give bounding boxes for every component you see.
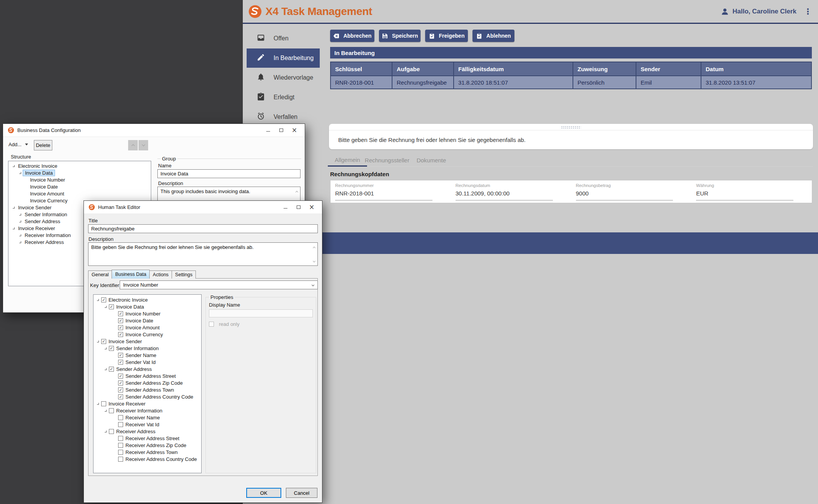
table-header-cell[interactable]: Aufgabe (392, 62, 454, 75)
editor-tab[interactable]: Actions (149, 270, 172, 279)
tree-checkbox[interactable] (109, 346, 114, 351)
business-data-tree-row[interactable]: Sender Vat Id (93, 359, 201, 365)
tree-checkbox[interactable] (101, 339, 106, 344)
business-data-tree-row[interactable]: Sender Address Country Code (93, 393, 201, 400)
tree-checkbox[interactable] (109, 367, 114, 372)
ok-button[interactable]: OK (246, 488, 281, 498)
maximize-button[interactable] (275, 125, 288, 136)
scroll-up-icon[interactable] (312, 245, 316, 250)
user-block[interactable]: Hallo, Caroline Clerk ⋮ (721, 7, 812, 16)
group-name-input[interactable] (157, 169, 300, 178)
close-button[interactable]: × (288, 125, 301, 136)
tree-checkbox[interactable] (118, 360, 123, 365)
scroll-down-icon[interactable] (312, 259, 316, 264)
tree-checkbox[interactable] (118, 394, 123, 399)
business-data-tree-row[interactable]: Sender Information (93, 345, 201, 352)
toolbar-button[interactable]: Speichern (379, 30, 421, 42)
toolbar-button[interactable]: Freigeben (425, 30, 468, 42)
task-description-textarea[interactable]: Bitte geben Sie die Rechnung frei oder l… (88, 242, 318, 266)
tree-checkbox[interactable] (118, 415, 123, 420)
maximize-button[interactable] (292, 202, 305, 213)
drag-handle[interactable] (561, 126, 581, 129)
toolbar-button[interactable]: Ablehnen (472, 30, 514, 42)
tree-checkbox[interactable] (118, 332, 123, 337)
structure-tree-row[interactable]: Invoice Number (8, 176, 151, 183)
dialog-titlebar[interactable]: Business Data Configuration × (3, 124, 305, 137)
business-data-tree-row[interactable]: Invoice Date (93, 317, 201, 324)
tree-checkbox[interactable] (118, 318, 123, 323)
business-data-tree-row[interactable]: Sender Name (93, 352, 201, 359)
tree-checkbox[interactable] (109, 429, 114, 434)
add-dropdown-button[interactable]: Add... (8, 142, 28, 147)
table-header-cell[interactable]: Zuweisung (573, 62, 636, 75)
business-data-tree-row[interactable]: Invoice Data (93, 303, 201, 310)
table-header-cell[interactable]: Datum (701, 62, 811, 75)
structure-tree-row[interactable]: Invoice Amount (8, 190, 151, 197)
business-data-tree-row[interactable]: Sender Address Street (93, 372, 201, 379)
delete-button[interactable]: Delete (34, 140, 52, 150)
table-row[interactable]: RNR-2018-001Rechnungsfreigabe31.8.2020 1… (331, 75, 811, 88)
sidebar-item[interactable]: Wiedervorlage (247, 68, 320, 87)
table-header-cell[interactable]: Sender (636, 62, 701, 75)
tree-checkbox[interactable] (118, 422, 123, 427)
business-data-tree-row[interactable]: Invoice Number (93, 310, 201, 317)
sidebar-item[interactable]: Erledigt (247, 88, 320, 107)
field-value[interactable]: 30.11.2009, 00:00:00 (456, 190, 553, 197)
business-data-tree-row[interactable]: Receiver Address Zip Code (93, 442, 201, 449)
editor-tab[interactable]: Business Data (112, 270, 150, 279)
tree-checkbox[interactable] (118, 381, 123, 386)
tree-checkbox[interactable] (118, 387, 123, 392)
structure-tree-row[interactable]: Invoice Date (8, 183, 151, 190)
cancel-button[interactable]: Cancel (286, 488, 317, 498)
tree-checkbox[interactable] (118, 325, 123, 330)
close-button[interactable]: × (305, 202, 318, 213)
business-data-tree-row[interactable]: Sender Address (93, 365, 201, 372)
editor-tab[interactable]: General (88, 270, 112, 279)
detail-tab[interactable]: Allgemein (328, 154, 367, 167)
editor-tab[interactable]: Settings (172, 270, 196, 279)
tree-checkbox[interactable] (118, 450, 123, 455)
business-data-tree-row[interactable]: Sender Address Town (93, 386, 201, 393)
business-data-tree-row[interactable]: Receiver Address Street (93, 435, 201, 442)
sidebar-item[interactable]: In Bearbeitung (247, 48, 320, 68)
tree-checkbox[interactable] (118, 457, 123, 462)
business-data-tree-row[interactable]: Receiver Information (93, 407, 201, 414)
business-data-tree-row[interactable]: Invoice Currency (93, 331, 201, 338)
minimize-button[interactable] (262, 125, 275, 136)
scroll-up-icon[interactable] (294, 189, 299, 194)
tree-checkbox[interactable] (118, 436, 123, 441)
table-header-cell[interactable]: Fälligkeitsdatum (454, 62, 573, 75)
business-data-tree-row[interactable]: Receiver Name (93, 414, 201, 421)
field-value[interactable]: 9000 (576, 190, 673, 197)
tree-checkbox[interactable] (101, 401, 106, 406)
detail-tab[interactable]: Dokumente (412, 154, 451, 167)
structure-tree-row[interactable]: Electronic Invoice (8, 162, 151, 169)
business-data-tree-row[interactable]: Receiver Vat Id (93, 421, 201, 428)
tree-checkbox[interactable] (118, 374, 123, 379)
field-value[interactable]: EUR (696, 190, 793, 197)
tree-checkbox[interactable] (109, 408, 114, 413)
business-data-tree-row[interactable]: Invoice Receiver (93, 400, 201, 407)
tree-checkbox[interactable] (109, 304, 114, 309)
move-down-button[interactable] (139, 140, 148, 150)
minimize-button[interactable] (279, 202, 292, 213)
tree-checkbox[interactable] (118, 353, 123, 358)
move-up-button[interactable] (128, 140, 138, 150)
detail-tab[interactable]: Rechnungssteller (367, 154, 407, 167)
field-value[interactable]: RNR-2018-001 (335, 190, 432, 197)
task-title-input[interactable] (88, 224, 318, 233)
sidebar-item[interactable]: Offen (247, 29, 320, 48)
business-data-tree-row[interactable]: Receiver Address Country Code (93, 456, 201, 462)
business-data-tree-row[interactable]: Invoice Sender (93, 338, 201, 345)
business-data-tree-row[interactable]: Sender Address Zip Code (93, 379, 201, 386)
tree-checkbox[interactable] (118, 311, 123, 316)
kebab-menu-icon[interactable]: ⋮ (804, 7, 812, 16)
toolbar-button[interactable]: Abbrechen (330, 30, 374, 42)
business-data-tree-row[interactable]: Invoice Amount (93, 324, 201, 331)
business-data-tree-row[interactable]: Receiver Address (93, 428, 201, 435)
dialog-titlebar[interactable]: Human Task Editor × (84, 201, 322, 214)
tree-checkbox[interactable] (118, 443, 123, 448)
structure-tree-row[interactable]: Invoice Data (8, 169, 151, 176)
business-data-tree-row[interactable]: Electronic Invoice (93, 296, 201, 303)
table-header-cell[interactable]: Schlüssel (331, 62, 392, 75)
